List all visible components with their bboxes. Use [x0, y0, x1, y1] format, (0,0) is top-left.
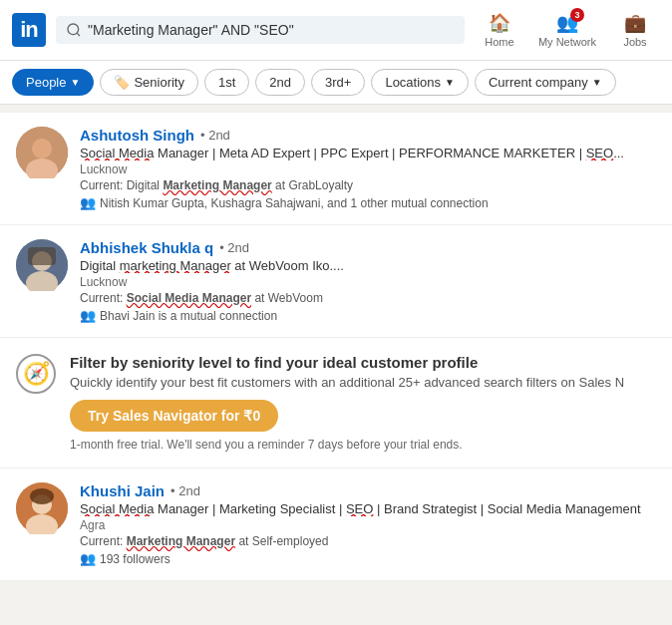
person-name[interactable]: Ashutosh Singh: [80, 127, 194, 144]
people-chevron: ▼: [70, 77, 80, 88]
avatar: [16, 239, 68, 291]
1st-label: 1st: [218, 75, 235, 90]
home-icon: 🏠: [489, 12, 510, 34]
person-mutual: 👥 Nitish Kumar Gupta, Kushagra Sahajwani…: [80, 195, 656, 210]
locations-chevron: ▼: [445, 77, 455, 88]
nav-items: 🏠 Home 👥 3 My Network 💼 Jobs: [475, 8, 660, 52]
network-icon: 👥 3: [556, 12, 578, 34]
person-name-row: Ashutosh Singh • 2nd: [80, 127, 656, 144]
followers-icon: 👥: [80, 551, 96, 566]
current-company-filter[interactable]: Current company ▼: [475, 69, 616, 96]
svg-point-0: [68, 24, 79, 35]
person-name[interactable]: Abhishek Shukla q: [80, 239, 213, 256]
seniority-filter[interactable]: 🏷️ Seniority: [100, 69, 198, 96]
mutual-text: Bhavi Jain is a mutual connection: [100, 309, 277, 323]
promo-description: Quickly identify your best fit customers…: [70, 375, 656, 390]
promo-content: Filter by seniority level to find your i…: [70, 354, 656, 452]
locations-filter[interactable]: Locations ▼: [371, 69, 469, 96]
avatar: [16, 482, 68, 534]
sales-navigator-cta[interactable]: Try Sales Navigator for ₹0: [70, 400, 278, 432]
1st-filter[interactable]: 1st: [204, 69, 249, 96]
svg-point-13: [30, 488, 54, 504]
person-current: Current: Digital Marketing Manager at Gr…: [80, 178, 656, 192]
person-name-row: Khushi Jain • 2nd: [80, 482, 656, 499]
current-highlight: Social Media Manager: [127, 291, 251, 305]
people-label: People: [26, 75, 66, 90]
nav-jobs[interactable]: 💼 Jobs: [610, 8, 660, 52]
current-company-chevron: ▼: [592, 77, 602, 88]
header: in "Marketing Manager" AND "SEO" 🏠 Home …: [0, 0, 672, 61]
avatar: [16, 127, 68, 178]
network-badge: 3: [570, 8, 584, 22]
linkedin-logo[interactable]: in: [12, 13, 46, 47]
locations-label: Locations: [385, 75, 441, 90]
search-icon: [66, 22, 82, 38]
nav-home[interactable]: 🏠 Home: [475, 8, 524, 52]
headline-highlight-1: Social Media: [80, 146, 154, 160]
person-current: Current: Social Media Manager at WebVoom: [80, 291, 656, 305]
person-headline: Social Media Manager | Marketing Special…: [80, 501, 656, 516]
table-row: Khushi Jain • 2nd Social Media Manager |…: [0, 469, 672, 581]
seniority-icon: 🏷️: [114, 75, 130, 90]
filter-bar: People ▼ 🏷️ Seniority 1st 2nd 3rd+ Locat…: [0, 61, 672, 105]
person-headline: Digital marketing Manager at WebVoom Iko…: [80, 258, 656, 273]
mutual-text: Nitish Kumar Gupta, Kushagra Sahajwani, …: [100, 196, 489, 210]
person-info: Khushi Jain • 2nd Social Media Manager |…: [80, 482, 656, 566]
followers-text: 193 followers: [100, 552, 170, 566]
current-highlight: Marketing Manager: [127, 534, 235, 548]
3rd-filter[interactable]: 3rd+: [311, 69, 365, 96]
headline-highlight-1: Social Media: [80, 501, 154, 516]
person-info: Ashutosh Singh • 2nd Social Media Manage…: [80, 127, 656, 210]
3rd-label: 3rd+: [325, 75, 351, 90]
compass-icon: 🧭: [16, 354, 56, 394]
nav-network[interactable]: 👥 3 My Network: [528, 8, 606, 52]
2nd-filter[interactable]: 2nd: [255, 69, 305, 96]
promo-trial-text: 1-month free trial. We'll send you a rem…: [70, 438, 656, 452]
current-company-label: Current company: [489, 75, 588, 90]
connection-degree: • 2nd: [219, 240, 249, 255]
promo-title: Filter by seniority level to find your i…: [70, 354, 656, 371]
person-name[interactable]: Khushi Jain: [80, 482, 165, 499]
headline-highlight: marketing Manager: [120, 258, 231, 273]
search-query: "Marketing Manager" AND "SEO": [88, 22, 294, 38]
results-list: Ashutosh Singh • 2nd Social Media Manage…: [0, 113, 672, 581]
person-info: Abhishek Shukla q • 2nd Digital marketin…: [80, 239, 656, 323]
person-location: Lucknow: [80, 275, 656, 289]
connection-degree: • 2nd: [200, 128, 230, 143]
jobs-label: Jobs: [623, 36, 646, 48]
svg-rect-9: [28, 247, 56, 265]
person-headline: Social Media Manager | Meta AD Expert | …: [80, 146, 656, 160]
person-location: Agra: [80, 518, 656, 532]
jobs-icon: 💼: [624, 12, 646, 34]
promo-card: 🧭 Filter by seniority level to find your…: [0, 338, 672, 469]
people-filter[interactable]: People ▼: [12, 69, 94, 96]
person-name-row: Abhishek Shukla q • 2nd: [80, 239, 656, 256]
seniority-label: Seniority: [134, 75, 184, 90]
person-mutual: 👥 193 followers: [80, 551, 656, 566]
home-label: Home: [485, 36, 513, 48]
current-highlight: Marketing Manager: [163, 178, 271, 192]
connection-degree: • 2nd: [170, 483, 200, 498]
2nd-label: 2nd: [269, 75, 291, 90]
search-bar[interactable]: "Marketing Manager" AND "SEO": [56, 16, 465, 44]
headline-highlight-2: SEO: [346, 501, 373, 516]
person-location: Lucknow: [80, 162, 656, 176]
mutual-icon: 👥: [80, 195, 96, 210]
mutual-icon: 👥: [80, 308, 96, 323]
person-current: Current: Marketing Manager at Self-emplo…: [80, 534, 656, 548]
svg-point-5: [32, 139, 52, 158]
network-label: My Network: [538, 36, 596, 48]
headline-highlight-2: SEO: [586, 146, 613, 160]
person-mutual: 👥 Bhavi Jain is a mutual connection: [80, 308, 656, 323]
svg-line-1: [77, 33, 80, 36]
table-row: Abhishek Shukla q • 2nd Digital marketin…: [0, 225, 672, 338]
table-row: Ashutosh Singh • 2nd Social Media Manage…: [0, 113, 672, 225]
